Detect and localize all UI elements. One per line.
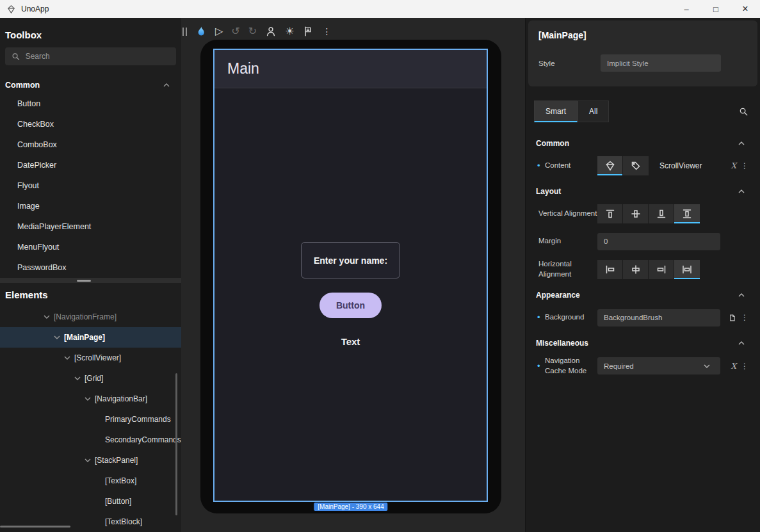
search-input[interactable] [26,52,170,61]
tab-smart[interactable]: Smart [534,101,578,122]
tree-item-textbox[interactable]: [TextBox] [0,471,181,491]
page-selection-frame[interactable]: Main Enter your name: Button Text [213,49,488,502]
tree-item-secondarycommands[interactable]: SecondaryCommands [0,430,181,450]
toolbox-item-combobox[interactable]: ComboBox [0,134,181,155]
section-layout[interactable]: Layout [536,187,748,196]
navigation-bar[interactable]: Main [214,50,487,88]
tree-item-grid[interactable]: [Grid] [0,368,181,389]
navigation-cache-mode-select[interactable]: Required [597,357,720,375]
chevron-down-icon[interactable] [44,315,50,319]
chevron-up-icon[interactable] [163,83,170,87]
design-textblock[interactable]: Text [341,336,360,347]
toolbox-item-button[interactable]: Button [0,93,181,114]
halign-center-button[interactable] [623,260,649,279]
hot-reload-flame-icon[interactable] [195,26,207,37]
align-bottom-icon [656,209,667,219]
tree-item-label: [NavigationFrame] [54,312,117,321]
tree-item-label: [ScrollViewer] [74,353,121,362]
chevron-down-icon[interactable] [85,458,91,462]
tree-item-scrollviewer[interactable]: [ScrollViewer] [0,348,181,368]
chevron-up-icon[interactable] [738,341,745,345]
close-button[interactable]: × [731,0,760,18]
toolbox-item-flyout[interactable]: Flyout [0,175,181,196]
toolbox-item-datepicker[interactable]: DatePicker [0,155,181,175]
tree-item-navigationframe[interactable]: [NavigationFrame] [0,307,181,327]
tree-item-stackpanel[interactable]: [StackPanel] [0,450,181,471]
checklist-flag-icon[interactable] [302,26,314,37]
properties-search-button[interactable] [739,107,748,117]
titlebar: UnoApp – □ × [0,0,760,18]
tree-item-navigationbar[interactable]: [NavigationBar] [0,389,181,409]
section-miscellaneous[interactable]: Miscellaneous [536,339,748,348]
valign-stretch-button[interactable] [674,204,700,223]
brush-resource-icon[interactable] [728,314,736,322]
row-more-icon[interactable]: ⋮ [741,362,748,371]
elements-title: Elements [5,289,181,300]
chevron-up-icon[interactable] [738,189,745,193]
more-options-button[interactable]: ⋮ [322,27,331,36]
chevron-down-icon[interactable] [64,356,70,360]
property-row-content: • Content ScrollViewer [536,156,748,175]
toolbox-section-common[interactable]: Common [5,79,174,90]
binding-x-icon[interactable]: X [731,161,736,170]
tree-item-button[interactable]: [Button] [0,491,181,512]
elements-vertical-scrollbar[interactable] [175,373,177,515]
tree-item-label: [StackPanel] [95,456,138,465]
chevron-up-icon[interactable] [738,141,745,145]
minimize-button[interactable]: – [672,0,701,18]
align-vstretch-icon [682,209,692,219]
toolbox-item-menuflyout[interactable]: MenuFlyout [0,237,181,257]
person-icon[interactable] [265,26,277,37]
sun-theme-icon[interactable]: ☀ [285,26,294,36]
row-more-icon[interactable]: ⋮ [741,161,748,170]
play-button[interactable]: ▷ [215,26,223,36]
modified-dot-icon: • [537,312,540,323]
binding-x-icon[interactable]: X [731,362,736,371]
halign-left-button[interactable] [597,260,623,279]
tab-all[interactable]: All [578,101,609,122]
maximize-button[interactable]: □ [701,0,731,18]
tree-item-primarycommands[interactable]: PrimaryCommands [0,409,181,430]
style-input[interactable]: Implicit Style [601,54,721,72]
property-row-vertical-alignment: Vertical Alignment [536,204,748,223]
align-top-icon [605,209,615,219]
chevron-down-icon[interactable] [54,335,60,339]
toolbox-item-image[interactable]: Image [0,196,181,216]
toolbar-grip-handle[interactable] [182,28,187,36]
chevron-down-icon[interactable] [74,376,81,380]
toolbox-item-checkbox[interactable]: CheckBox [0,114,181,134]
properties-panel: [MainPage] Style Implicit Style Smart Al… [525,18,760,532]
tree-item-mainpage[interactable]: [MainPage] [0,327,181,348]
design-textbox[interactable]: Enter your name: [301,242,400,278]
content-element-toggle[interactable] [597,156,623,175]
halign-right-button[interactable] [649,260,674,279]
toolbox-search[interactable] [5,47,176,65]
content-resource-toggle[interactable] [623,156,649,175]
content-value[interactable]: ScrollViewer [659,161,702,170]
chevron-down-icon [704,364,710,368]
valign-center-button[interactable] [623,204,649,223]
valign-top-button[interactable] [597,204,623,223]
row-more-icon[interactable]: ⋮ [741,313,748,322]
elements-panel: Elements [NavigationFrame][MainPage][Scr… [0,283,181,532]
elements-horizontal-scrollbar[interactable] [0,526,70,528]
tree-item-label: [MainPage] [64,333,105,342]
valign-bottom-button[interactable] [649,204,674,223]
background-input[interactable]: BackgroundBrush [597,309,720,326]
property-row-background: • Background BackgroundBrush ⋮ [536,308,748,327]
chevron-down-icon[interactable] [85,397,91,401]
section-appearance[interactable]: Appearance [536,291,748,300]
design-button[interactable]: Button [319,293,382,318]
toolbox-horizontal-scrollbar[interactable] [0,278,181,283]
halign-stretch-button[interactable] [674,260,700,279]
device-frame: Main Enter your name: Button Text [MainP… [200,40,501,513]
section-common[interactable]: Common [536,139,748,148]
undo-button[interactable]: ↺ [231,26,239,36]
toolbox-item-passwordbox[interactable]: PasswordBox [0,257,181,278]
chevron-up-icon[interactable] [738,293,745,297]
tree-item-textblock[interactable]: [TextBlock] [0,512,181,532]
toolbox-item-mediaplayerelement[interactable]: MediaPlayerElement [0,216,181,237]
redo-button[interactable]: ↻ [248,26,257,36]
toolbox-panel: Toolbox Common ButtonCheckBoxComboBoxDat… [0,18,181,283]
margin-input[interactable]: 0 [597,233,720,250]
